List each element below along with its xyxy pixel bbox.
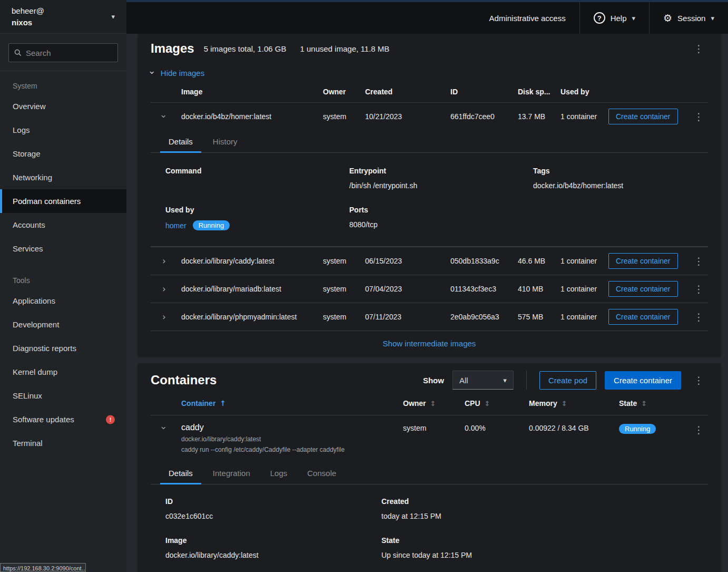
help-label: Help [611,14,627,23]
tab-logs[interactable]: Logs [262,463,296,484]
image-detail-tabs: Details History [151,131,708,153]
used-by-container-link[interactable]: homer [165,221,186,230]
sidebar-item-logs[interactable]: Logs [0,118,126,142]
create-container-button[interactable]: Create container [608,253,678,269]
gear-icon: ⚙ [663,13,672,23]
sidebar-item-networking[interactable]: Networking [0,166,126,189]
row-kebab-menu[interactable]: ⋮ [690,310,708,324]
image-id: 2e0ab9c056a3 [450,313,518,321]
show-filter-select[interactable]: All ▾ [452,371,514,390]
collapse-row-icon[interactable]: › [151,423,181,433]
sort-icon: ↕ [485,400,490,408]
admin-access-button[interactable]: Administrative access [476,2,579,34]
image-value: docker.io/library/caddy:latest [165,551,381,559]
container-detail-tabs: Details Integration Logs Console [151,463,708,484]
sidebar-item-software-updates[interactable]: Software updates ! [0,408,126,431]
ports-label: Ports [349,206,533,214]
username: beheer@ [12,6,44,15]
sidebar-item-kernel-dump[interactable]: Kernel dump [0,360,126,384]
sidebar-item-services[interactable]: Services [0,237,126,260]
collapse-row-icon[interactable]: › [151,111,181,122]
sidebar-item-storage[interactable]: Storage [0,142,126,166]
containers-kebab-menu[interactable]: ⋮ [690,373,708,387]
image-name: docker.io/library/caddy:latest [181,257,323,265]
create-container-button[interactable]: Create container [608,109,678,124]
sort-by-cpu[interactable]: CPU↕ [465,399,529,408]
image-created: 06/15/2023 [365,257,450,265]
status-badge: Running [193,220,230,230]
tab-history[interactable]: History [204,131,246,152]
tab-console[interactable]: Console [299,463,345,484]
expand-row-icon[interactable]: › [151,284,181,294]
container-command: caddy run --config /etc/caddy/Caddyfile … [181,446,403,453]
table-row-phpmyadmin-image: › docker.io/library/phpmyadmin:latest sy… [151,303,708,331]
row-kebab-menu[interactable]: ⋮ [690,110,708,124]
id-label: ID [165,497,381,506]
images-kebab-menu[interactable]: ⋮ [690,42,708,56]
created-label: Created [381,497,708,506]
updates-alert-badge: ! [106,415,115,424]
command-label: Command [165,167,349,175]
sort-by-state[interactable]: State↕ [619,399,688,408]
hide-images-toggle[interactable]: › Hide images [151,67,204,78]
expand-row-icon[interactable]: › [151,256,181,266]
show-intermediate-images-link[interactable]: Show intermediate images [383,339,476,348]
sidebar: beheer@ nixos ▾ System Overview Logs Sto… [0,0,126,572]
tags-value: docker.io/b4bz/homer:latest [533,181,708,190]
tab-integration[interactable]: Integration [204,463,259,484]
help-menu[interactable]: ? Help ▾ [579,2,649,34]
sidebar-item-terminal[interactable]: Terminal [0,431,126,455]
host-switcher[interactable]: beheer@ nixos ▾ [0,0,126,34]
created-value: today at 12:15 PM [381,512,708,520]
table-row-homer: › docker.io/b4bz/homer:latest system 10/… [151,102,708,130]
hide-images-label: Hide images [161,69,204,77]
image-disk: 575 MB [518,313,560,321]
masthead: Administrative access ? Help ▾ ⚙ Session… [126,0,728,34]
create-container-button[interactable]: Create container [605,371,681,390]
search-input[interactable] [26,49,112,57]
divider [526,371,527,390]
images-table-header: Image Owner Created ID Disk sp... Used b… [151,80,708,102]
help-icon: ? [594,12,605,24]
images-title: Images [151,41,194,56]
image-owner: system [323,112,365,121]
session-menu[interactable]: ⚙ Session ▾ [649,2,728,34]
sidebar-item-overview[interactable]: Overview [0,94,126,118]
expand-row-icon[interactable]: › [151,312,181,322]
sidebar-item-label: Software updates [13,415,74,424]
col-disk: Disk sp... [518,88,560,96]
row-kebab-menu[interactable]: ⋮ [690,423,708,437]
sort-by-owner[interactable]: Owner↕ [403,399,465,408]
sort-icon: ↕ [562,400,567,408]
sidebar-item-applications[interactable]: Applications [0,289,126,313]
tab-details[interactable]: Details [160,463,201,484]
admin-access-label: Administrative access [489,14,566,23]
col-image: Image [181,88,323,96]
sidebar-item-development[interactable]: Development [0,313,126,336]
sidebar-item-podman-containers[interactable]: Podman containers [0,189,126,213]
tab-details[interactable]: Details [160,131,201,152]
col-id: ID [450,88,518,96]
entrypoint-label: Entrypoint [349,167,533,175]
chevron-down-icon: ▾ [503,376,507,384]
chevron-down-icon: ▾ [111,13,115,21]
sidebar-item-diagnostic-reports[interactable]: Diagnostic reports [0,336,126,360]
row-kebab-menu[interactable]: ⋮ [690,282,708,296]
sort-by-memory[interactable]: Memory↕ [529,399,619,408]
create-container-button[interactable]: Create container [608,309,678,325]
create-pod-button[interactable]: Create pod [539,371,596,390]
image-created: 10/21/2023 [365,112,450,121]
image-used-by: 1 container [560,257,608,265]
nav-section-tools: Tools [0,260,126,289]
row-kebab-menu[interactable]: ⋮ [690,254,708,268]
col-created: Created [365,88,450,96]
containers-card: Containers Show All ▾ Create pod Create … [138,363,721,572]
sidebar-item-accounts[interactable]: Accounts [0,213,126,237]
images-summary-total: 5 images total, 1.06 GB [204,44,287,53]
sort-by-container[interactable]: Container↑ [181,399,403,408]
create-container-button[interactable]: Create container [608,281,678,297]
sidebar-item-selinux[interactable]: SELinux [0,384,126,408]
col-memory: Memory [529,399,557,408]
sort-icon: ↕ [430,400,436,408]
sort-asc-icon: ↑ [220,399,226,408]
